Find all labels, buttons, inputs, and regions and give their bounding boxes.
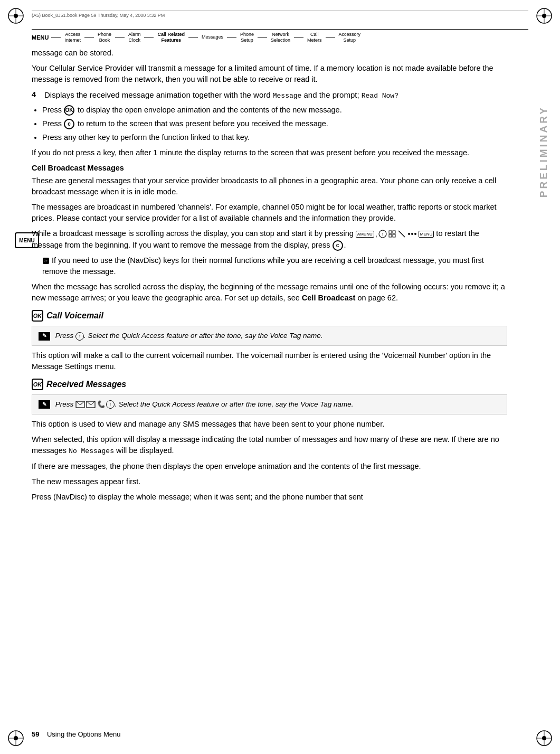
cell-para3: While a broadcast message is scrolling a… xyxy=(32,228,507,251)
up-symbol2: ↑ xyxy=(106,400,115,409)
nav-item-messages: Messages xyxy=(198,34,226,40)
received-para2: When selected, this option will display … xyxy=(32,434,507,457)
cell-para1: These are general messages that your ser… xyxy=(32,175,507,197)
up-symbol: ↑ xyxy=(75,332,84,341)
note-icon-received: ✎ xyxy=(39,400,50,409)
svg-rect-21 xyxy=(393,234,395,237)
received-icon-row: 📞 ↑ xyxy=(75,400,115,410)
svg-line-22 xyxy=(398,231,405,237)
menu-label: MENU xyxy=(32,34,49,41)
code-prompt: Read Now? xyxy=(362,92,398,100)
nav-line-9 xyxy=(326,37,335,37)
voicemail-para: This option will make a call to the curr… xyxy=(32,350,507,372)
page-header-info: (A5) Book_8J51.book Page 59 Thursday, Ma… xyxy=(32,11,528,18)
preliminary-watermark: PRELIMINARY xyxy=(538,106,549,197)
cell-tip-text: If you need to use the (NavDisc) keys fo… xyxy=(42,256,484,276)
received-messages-section-title: OK Received Messages xyxy=(32,379,507,390)
tip-icon: ☞ xyxy=(42,257,50,265)
nav-item-network-selection: NetworkSelection xyxy=(268,32,293,43)
svg-rect-19 xyxy=(393,231,395,233)
svg-point-25 xyxy=(414,233,416,235)
ok-bullet-voicemail: OK xyxy=(32,310,43,322)
icon-row-menu: AMENU , ↑ MENU xyxy=(356,229,434,240)
voicemail-note-box: ✎ Press ↑. Select the Quick Access featu… xyxy=(32,326,507,346)
nav-item-call-related-features: Call RelatedFeatures xyxy=(154,32,188,43)
footer-label: Using the Options Menu xyxy=(47,730,120,738)
up-icon: ↑ xyxy=(378,230,387,238)
cell-para2: The messages are broadcast in numbered '… xyxy=(32,202,507,224)
note-icon-voicemail: ✎ xyxy=(39,332,50,341)
bullet-item-1: Press OK to display the open envelope an… xyxy=(42,105,507,116)
amenu-icon: AMENU xyxy=(356,231,374,238)
svg-rect-20 xyxy=(389,234,392,237)
c-button-icon: c xyxy=(64,119,74,129)
corner-decoration-tr xyxy=(535,6,554,25)
nav-items: AccessInternet PhoneBook AlarmClock Call… xyxy=(51,32,364,43)
envelope-icon2 xyxy=(86,401,96,408)
grid-icon xyxy=(388,230,396,238)
comma-sep1: , xyxy=(375,229,377,240)
received-heading: Received Messages xyxy=(46,380,126,389)
cell-broadcast-link: Cell Broadcast xyxy=(302,294,356,302)
numbered-item-4: 4 Displays the received message animatio… xyxy=(32,89,507,101)
received-note-box: ✎ Press 📞 ↑ . Select the Quick Access fe… xyxy=(32,394,507,414)
received-para5: Press (NavDisc) to display the whole mes… xyxy=(32,492,507,503)
page-number: 59 xyxy=(32,730,39,738)
nav-line-3 xyxy=(115,37,125,37)
corner-decoration-br xyxy=(535,729,554,748)
nav-item-call-meters: CallMeters xyxy=(304,32,325,43)
voicemail-heading: Call Voicemail xyxy=(46,311,103,321)
page-footer: 59 Using the Options Menu xyxy=(32,730,120,738)
received-para1: This option is used to view and manage a… xyxy=(32,419,507,430)
svg-text:↑: ↑ xyxy=(382,232,384,237)
nav-line-5 xyxy=(188,37,198,37)
page-header-text: (A5) Book_8J51.book Page 59 Thursday, Ma… xyxy=(32,13,165,18)
para-no-key: If you do not press a key, then after 1 … xyxy=(32,147,507,158)
diag-icon xyxy=(397,230,406,238)
bullet-item-2: Press c to return to the screen that was… xyxy=(42,118,507,129)
svg-point-24 xyxy=(411,233,413,235)
envelope-icon1 xyxy=(75,401,85,408)
para1: Your Cellular Service Provider will tran… xyxy=(32,63,507,85)
corner-decoration-tl xyxy=(6,6,25,25)
corner-decoration-bl xyxy=(6,729,25,748)
voicemail-section-title: OK Call Voicemail xyxy=(32,310,507,322)
svg-rect-18 xyxy=(389,231,392,233)
bullet-list: Press OK to display the open envelope an… xyxy=(42,105,507,143)
navigation-bar: MENU AccessInternet PhoneBook AlarmClock… xyxy=(32,29,528,43)
item-number-4: 4 xyxy=(32,89,40,101)
main-content: message can be stored. Your Cellular Ser… xyxy=(32,48,507,722)
intro-text: message can be stored. xyxy=(32,48,507,59)
cell-para4: When the message has scrolled across the… xyxy=(32,281,507,304)
nav-item-phone-book: PhoneBook xyxy=(94,32,115,43)
nav-line-8 xyxy=(294,37,303,37)
item4-content: Displays the received message animation … xyxy=(44,89,398,101)
nav-line-4 xyxy=(144,37,154,37)
nav-line-2 xyxy=(84,37,94,37)
received-note-text: Press 📞 ↑ . Select the Quick Access feat… xyxy=(55,400,354,408)
footer-text xyxy=(41,730,45,738)
code-no-messages: No Messages xyxy=(69,447,114,455)
menu-icon-sm: MENU xyxy=(419,231,434,238)
nav-line-7 xyxy=(258,37,267,37)
ok-bullet-received: OK xyxy=(32,379,43,390)
svg-text:☞: ☞ xyxy=(44,258,48,263)
code-message: Message xyxy=(273,92,302,100)
c-icon-inline: c xyxy=(333,240,343,251)
received-para4: The new messages appear first. xyxy=(32,476,507,487)
nav-item-accessory-setup: AccessorySetup xyxy=(336,32,364,43)
cell-tip: ☞If you need to use the (NavDisc) keys f… xyxy=(42,255,507,277)
bullet-item-3: Press any other key to perform the funct… xyxy=(42,132,507,143)
ok-button-icon: OK xyxy=(64,105,74,116)
phone-icon: 📞 xyxy=(97,400,105,410)
nav-item-phone-setup: PhoneSetup xyxy=(237,32,257,43)
voicemail-note-text: Press ↑. Select the Quick Access feature… xyxy=(55,332,323,340)
nav-item-alarm-clock: AlarmClock xyxy=(125,32,144,43)
received-para3: If there are messages, the phone then di… xyxy=(32,461,507,472)
nav-line-1 xyxy=(51,37,61,37)
nav-line-6 xyxy=(227,37,236,37)
cell-broadcast-heading: Cell Broadcast Messages xyxy=(32,164,507,172)
dots-icon xyxy=(407,230,417,238)
svg-point-23 xyxy=(408,233,410,235)
nav-item-access-internet: AccessInternet xyxy=(61,32,84,43)
